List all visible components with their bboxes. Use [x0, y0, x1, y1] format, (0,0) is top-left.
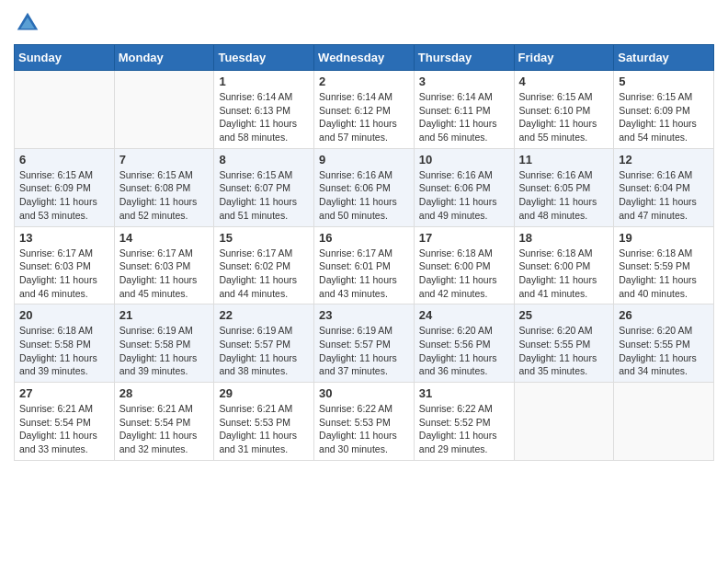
day-info: Sunrise: 6:20 AM Sunset: 5:55 PM Dayligh…: [619, 324, 709, 378]
calendar-cell: 1Sunrise: 6:14 AM Sunset: 6:13 PM Daylig…: [214, 71, 314, 149]
day-info: Sunrise: 6:16 AM Sunset: 6:06 PM Dayligh…: [419, 168, 509, 223]
day-number: 10: [419, 153, 509, 167]
day-number: 12: [619, 153, 709, 167]
day-number: 13: [19, 231, 109, 245]
day-number: 8: [219, 153, 309, 167]
calendar-cell: 29Sunrise: 6:21 AM Sunset: 5:53 PM Dayli…: [214, 383, 314, 461]
weekday-header-row: SundayMondayTuesdayWednesdayThursdayFrid…: [15, 45, 714, 71]
calendar-cell: 19Sunrise: 6:18 AM Sunset: 5:59 PM Dayli…: [614, 226, 714, 304]
weekday-header-wednesday: Wednesday: [314, 45, 415, 71]
day-info: Sunrise: 6:16 AM Sunset: 6:04 PM Dayligh…: [619, 168, 709, 223]
calendar-cell: 13Sunrise: 6:17 AM Sunset: 6:03 PM Dayli…: [15, 226, 115, 304]
day-number: 7: [119, 153, 210, 167]
calendar-week-row: 6Sunrise: 6:15 AM Sunset: 6:09 PM Daylig…: [15, 148, 714, 226]
calendar-cell: 10Sunrise: 6:16 AM Sunset: 6:06 PM Dayli…: [414, 148, 514, 226]
day-number: 4: [519, 75, 609, 88]
calendar-cell: 20Sunrise: 6:18 AM Sunset: 5:58 PM Dayli…: [15, 304, 115, 383]
day-number: 23: [319, 308, 409, 322]
day-number: 9: [319, 153, 409, 167]
day-info: Sunrise: 6:14 AM Sunset: 6:11 PM Dayligh…: [419, 90, 509, 144]
calendar-cell: 23Sunrise: 6:19 AM Sunset: 5:57 PM Dayli…: [314, 304, 415, 383]
calendar-cell: 31Sunrise: 6:22 AM Sunset: 5:52 PM Dayli…: [414, 383, 514, 461]
day-info: Sunrise: 6:18 AM Sunset: 6:00 PM Dayligh…: [519, 247, 609, 301]
day-info: Sunrise: 6:22 AM Sunset: 5:53 PM Dayligh…: [319, 402, 409, 456]
day-info: Sunrise: 6:14 AM Sunset: 6:12 PM Dayligh…: [319, 90, 409, 144]
calendar-week-row: 13Sunrise: 6:17 AM Sunset: 6:03 PM Dayli…: [15, 226, 714, 304]
day-info: Sunrise: 6:20 AM Sunset: 5:56 PM Dayligh…: [419, 324, 509, 378]
day-number: 31: [419, 386, 509, 400]
calendar-cell: 5Sunrise: 6:15 AM Sunset: 6:09 PM Daylig…: [614, 71, 714, 149]
calendar-cell: 30Sunrise: 6:22 AM Sunset: 5:53 PM Dayli…: [314, 383, 415, 461]
day-number: 27: [19, 386, 109, 400]
calendar-cell: 26Sunrise: 6:20 AM Sunset: 5:55 PM Dayli…: [614, 304, 714, 383]
day-info: Sunrise: 6:17 AM Sunset: 6:03 PM Dayligh…: [119, 247, 210, 301]
logo: [14, 9, 45, 37]
calendar-week-row: 27Sunrise: 6:21 AM Sunset: 5:54 PM Dayli…: [15, 383, 714, 461]
calendar-cell: 12Sunrise: 6:16 AM Sunset: 6:04 PM Dayli…: [614, 148, 714, 226]
day-number: 11: [519, 153, 609, 167]
weekday-header-sunday: Sunday: [15, 45, 115, 71]
weekday-header-tuesday: Tuesday: [214, 45, 314, 71]
day-info: Sunrise: 6:17 AM Sunset: 6:01 PM Dayligh…: [319, 247, 409, 301]
calendar-cell: 27Sunrise: 6:21 AM Sunset: 5:54 PM Dayli…: [15, 383, 115, 461]
calendar-cell: [514, 383, 614, 461]
day-info: Sunrise: 6:19 AM Sunset: 5:57 PM Dayligh…: [219, 324, 309, 378]
weekday-header-monday: Monday: [114, 45, 214, 71]
day-info: Sunrise: 6:15 AM Sunset: 6:10 PM Dayligh…: [519, 90, 609, 144]
calendar-cell: 4Sunrise: 6:15 AM Sunset: 6:10 PM Daylig…: [514, 71, 614, 149]
calendar-cell: 9Sunrise: 6:16 AM Sunset: 6:06 PM Daylig…: [314, 148, 415, 226]
day-info: Sunrise: 6:15 AM Sunset: 6:09 PM Dayligh…: [619, 90, 709, 144]
calendar-cell: 21Sunrise: 6:19 AM Sunset: 5:58 PM Dayli…: [114, 304, 214, 383]
day-number: 21: [119, 308, 210, 322]
calendar-cell: 24Sunrise: 6:20 AM Sunset: 5:56 PM Dayli…: [414, 304, 514, 383]
day-number: 28: [119, 386, 210, 400]
day-number: 30: [319, 386, 409, 400]
day-info: Sunrise: 6:16 AM Sunset: 6:05 PM Dayligh…: [519, 168, 609, 223]
day-info: Sunrise: 6:21 AM Sunset: 5:53 PM Dayligh…: [219, 402, 309, 456]
calendar-cell: 16Sunrise: 6:17 AM Sunset: 6:01 PM Dayli…: [314, 226, 415, 304]
logo-icon: [14, 9, 41, 37]
day-info: Sunrise: 6:17 AM Sunset: 6:02 PM Dayligh…: [219, 247, 309, 301]
calendar-table: SundayMondayTuesdayWednesdayThursdayFrid…: [14, 44, 714, 461]
calendar-cell: 18Sunrise: 6:18 AM Sunset: 6:00 PM Dayli…: [514, 226, 614, 304]
calendar-cell: 25Sunrise: 6:20 AM Sunset: 5:55 PM Dayli…: [514, 304, 614, 383]
calendar-cell: 3Sunrise: 6:14 AM Sunset: 6:11 PM Daylig…: [414, 71, 514, 149]
calendar-cell: 14Sunrise: 6:17 AM Sunset: 6:03 PM Dayli…: [114, 226, 214, 304]
calendar-cell: 22Sunrise: 6:19 AM Sunset: 5:57 PM Dayli…: [214, 304, 314, 383]
day-info: Sunrise: 6:15 AM Sunset: 6:07 PM Dayligh…: [219, 168, 309, 223]
calendar-cell: [114, 71, 214, 149]
day-number: 2: [319, 75, 409, 88]
day-number: 26: [619, 308, 709, 322]
calendar-cell: 8Sunrise: 6:15 AM Sunset: 6:07 PM Daylig…: [214, 148, 314, 226]
day-info: Sunrise: 6:19 AM Sunset: 5:57 PM Dayligh…: [319, 324, 409, 378]
day-info: Sunrise: 6:16 AM Sunset: 6:06 PM Dayligh…: [319, 168, 409, 223]
day-info: Sunrise: 6:18 AM Sunset: 5:58 PM Dayligh…: [19, 324, 109, 378]
day-number: 22: [219, 308, 309, 322]
day-number: 19: [619, 231, 709, 245]
day-info: Sunrise: 6:20 AM Sunset: 5:55 PM Dayligh…: [519, 324, 609, 378]
calendar-cell: [15, 71, 115, 149]
day-number: 1: [219, 75, 309, 88]
day-number: 5: [619, 75, 709, 88]
calendar-cell: [614, 383, 714, 461]
weekday-header-saturday: Saturday: [614, 45, 714, 71]
calendar-cell: 11Sunrise: 6:16 AM Sunset: 6:05 PM Dayli…: [514, 148, 614, 226]
day-number: 16: [319, 231, 409, 245]
calendar-cell: 28Sunrise: 6:21 AM Sunset: 5:54 PM Dayli…: [114, 383, 214, 461]
day-number: 3: [419, 75, 509, 88]
weekday-header-friday: Friday: [514, 45, 614, 71]
day-number: 17: [419, 231, 509, 245]
calendar-cell: 6Sunrise: 6:15 AM Sunset: 6:09 PM Daylig…: [15, 148, 115, 226]
day-number: 29: [219, 386, 309, 400]
calendar-cell: 2Sunrise: 6:14 AM Sunset: 6:12 PM Daylig…: [314, 71, 415, 149]
day-info: Sunrise: 6:15 AM Sunset: 6:08 PM Dayligh…: [119, 168, 210, 223]
weekday-header-thursday: Thursday: [414, 45, 514, 71]
page-header: [14, 9, 714, 37]
day-number: 14: [119, 231, 210, 245]
day-info: Sunrise: 6:21 AM Sunset: 5:54 PM Dayligh…: [119, 402, 210, 456]
day-number: 25: [519, 308, 609, 322]
day-number: 20: [19, 308, 109, 322]
day-number: 24: [419, 308, 509, 322]
day-info: Sunrise: 6:14 AM Sunset: 6:13 PM Dayligh…: [219, 90, 309, 144]
day-info: Sunrise: 6:19 AM Sunset: 5:58 PM Dayligh…: [119, 324, 210, 378]
